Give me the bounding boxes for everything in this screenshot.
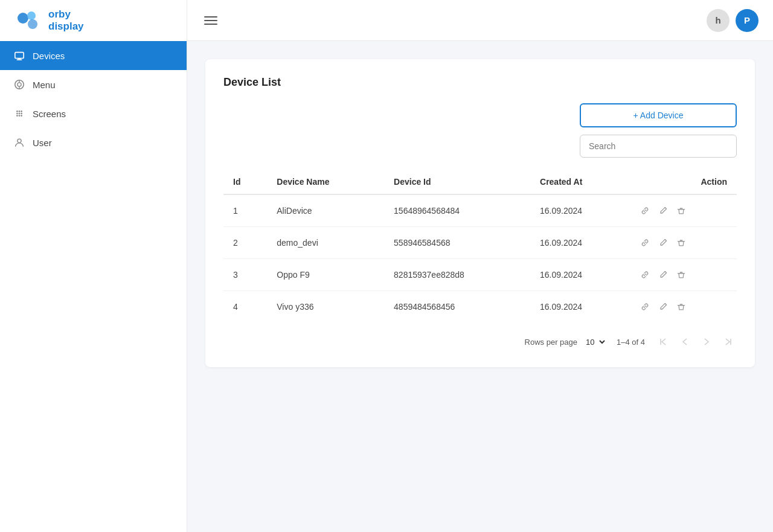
- last-page-button[interactable]: [720, 333, 737, 350]
- delete-icon[interactable]: [676, 302, 686, 312]
- sidebar-item-devices-label: Devices: [33, 51, 65, 61]
- page-title: Device List: [223, 76, 737, 89]
- svg-point-13: [21, 111, 22, 112]
- page-info: 1–4 of 4: [617, 338, 645, 347]
- col-created-at: Created At: [530, 170, 630, 194]
- search-wrapper: [580, 135, 737, 158]
- user-icon: [13, 136, 25, 149]
- sidebar-item-devices[interactable]: Devices: [0, 41, 187, 70]
- svg-point-15: [19, 113, 21, 115]
- svg-point-14: [16, 113, 18, 115]
- cell-id: 2: [223, 227, 267, 259]
- cell-id: 4: [223, 291, 267, 323]
- svg-point-3: [28, 19, 37, 29]
- rows-per-page-select[interactable]: 10 25 50: [581, 336, 607, 348]
- logo-area: orbydisplay: [0, 0, 187, 41]
- edit-icon[interactable]: [658, 302, 668, 312]
- add-device-button[interactable]: + Add Device: [580, 103, 737, 127]
- cell-action: [630, 227, 737, 259]
- logo-text: orbydisplay: [48, 8, 84, 33]
- cell-device-id: 15648964568484: [384, 194, 530, 227]
- rows-per-page-label: Rows per page: [525, 338, 577, 347]
- link-icon[interactable]: [640, 206, 650, 216]
- cell-action: [630, 259, 737, 291]
- logo-icon: [12, 5, 43, 36]
- edit-icon[interactable]: [658, 238, 668, 248]
- devices-icon: [13, 50, 25, 62]
- svg-rect-5: [18, 59, 21, 60]
- topbar: h P: [187, 0, 773, 41]
- next-page-button[interactable]: [698, 333, 715, 350]
- topbar-right: h P: [707, 9, 759, 32]
- search-input[interactable]: [580, 135, 737, 158]
- cell-created-at: 16.09.2024: [530, 194, 630, 227]
- link-icon[interactable]: [640, 302, 650, 312]
- svg-point-18: [19, 115, 21, 117]
- sidebar-item-screens[interactable]: Screens: [0, 99, 187, 128]
- delete-icon[interactable]: [676, 270, 686, 280]
- sidebar: orbydisplay Devices Menu Screens User: [0, 0, 187, 532]
- sidebar-item-menu-label: Menu: [33, 80, 56, 90]
- sidebar-item-user-label: User: [33, 138, 52, 148]
- svg-point-19: [21, 115, 22, 117]
- link-icon[interactable]: [640, 238, 650, 248]
- cell-action: [630, 291, 737, 323]
- hamburger-button[interactable]: [202, 14, 220, 27]
- table-row: 3 Oppo F9 82815937ee828d8 16.09.2024: [223, 259, 737, 291]
- cell-id: 3: [223, 259, 267, 291]
- cell-device-name: demo_devi: [267, 227, 384, 259]
- svg-rect-4: [15, 53, 24, 59]
- avatar-h[interactable]: h: [707, 9, 730, 32]
- table-row: 1 AliDevice 15648964568484 16.09.2024: [223, 194, 737, 227]
- svg-point-8: [18, 83, 21, 86]
- first-page-button[interactable]: [655, 333, 672, 350]
- table-row: 2 demo_devi 558946584568 16.09.2024: [223, 227, 737, 259]
- cell-device-id: 4859484568456: [384, 291, 530, 323]
- cell-created-at: 16.09.2024: [530, 259, 630, 291]
- cell-device-name: AliDevice: [267, 194, 384, 227]
- content-area: Device List + Add Device Id Device Name …: [187, 41, 773, 532]
- edit-icon[interactable]: [658, 270, 668, 280]
- cell-id: 1: [223, 194, 267, 227]
- table-row: 4 Vivo y336 4859484568456 16.09.2024: [223, 291, 737, 323]
- table-body: 1 AliDevice 15648964568484 16.09.2024: [223, 194, 737, 322]
- svg-point-1: [18, 13, 28, 24]
- svg-rect-6: [17, 59, 22, 60]
- sidebar-item-screens-label: Screens: [33, 109, 66, 119]
- device-table: Id Device Name Device Id Created At Acti…: [223, 170, 737, 322]
- col-action: Action: [630, 170, 737, 194]
- col-device-id: Device Id: [384, 170, 530, 194]
- cell-created-at: 16.09.2024: [530, 291, 630, 323]
- cell-device-id: 82815937ee828d8: [384, 259, 530, 291]
- svg-point-2: [27, 11, 36, 20]
- main-area: h P Device List + Add Device Id Device N…: [187, 0, 773, 532]
- col-id: Id: [223, 170, 267, 194]
- cell-action: [630, 194, 737, 227]
- device-list-card: Device List + Add Device Id Device Name …: [205, 59, 755, 367]
- avatar-p[interactable]: P: [736, 9, 759, 32]
- menu-icon: [13, 79, 25, 91]
- sidebar-item-user[interactable]: User: [0, 128, 187, 157]
- pagination: Rows per page 10 25 50 1–4 of 4: [223, 333, 737, 350]
- topbar-left: [202, 14, 220, 27]
- cell-device-id: 558946584568: [384, 227, 530, 259]
- screens-icon: [13, 107, 25, 120]
- delete-icon[interactable]: [676, 238, 686, 248]
- svg-point-17: [16, 115, 18, 117]
- rows-per-page: Rows per page 10 25 50: [525, 336, 607, 348]
- prev-page-button[interactable]: [676, 333, 693, 350]
- link-icon[interactable]: [640, 270, 650, 280]
- table-header: Id Device Name Device Id Created At Acti…: [223, 170, 737, 194]
- cell-device-name: Vivo y336: [267, 291, 384, 323]
- svg-point-20: [18, 139, 21, 143]
- svg-point-12: [19, 111, 21, 112]
- sidebar-item-menu[interactable]: Menu: [0, 70, 187, 99]
- col-device-name: Device Name: [267, 170, 384, 194]
- delete-icon[interactable]: [676, 206, 686, 216]
- svg-point-11: [16, 111, 18, 112]
- cell-device-name: Oppo F9: [267, 259, 384, 291]
- toolbar: + Add Device: [223, 103, 737, 158]
- cell-created-at: 16.09.2024: [530, 227, 630, 259]
- svg-point-16: [21, 113, 22, 115]
- edit-icon[interactable]: [658, 206, 668, 216]
